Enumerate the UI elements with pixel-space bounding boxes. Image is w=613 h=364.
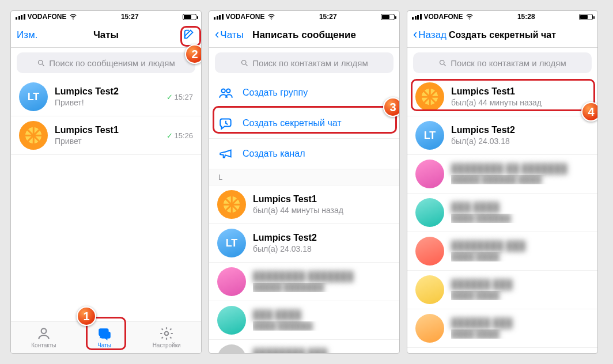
screen-chats: VODAFONE 15:27 Изм. Чаты Поиск по сообще…: [10, 10, 202, 354]
carrier-label: VODAFONE: [424, 13, 463, 21]
nav-title: Чаты: [93, 29, 119, 41]
avatar: [217, 267, 246, 296]
contact-status: был(а) 44 минуты назад: [451, 98, 589, 107]
contact-row-blurred[interactable]: ████████ ███████ ████: [209, 340, 399, 353]
avatar: [415, 275, 444, 304]
contact-status: был(а) 44 минуты назад: [253, 206, 391, 215]
action-label: Создать группу: [243, 88, 308, 98]
avatar: [415, 198, 444, 227]
screen-create-secret-chat: VODAFONE 15:28 ‹Назад Создать секретный …: [407, 10, 598, 354]
chat-name: Lumpics Test2: [55, 86, 160, 97]
chat-name: Lumpics Test1: [55, 125, 160, 135]
nav-title: Создать секретный чат: [449, 30, 556, 40]
contact-name: Lumpics Test2: [253, 233, 391, 243]
screen-new-message: VODAFONE 15:27 ‹Чаты Написать сообщение …: [209, 10, 400, 354]
battery-icon: [381, 14, 395, 20]
nav-bar: Изм. Чаты: [11, 22, 201, 48]
search-placeholder: Поиск по контактам и людям: [252, 58, 368, 68]
compose-button[interactable]: [183, 28, 195, 43]
avatar: [217, 306, 246, 335]
contact-row-blurred[interactable]: ██████ ███████ ████: [407, 309, 597, 348]
contact-row-blurred[interactable]: ████████ ██ ████████████ ██████ ████: [407, 155, 597, 194]
avatar: [217, 190, 246, 219]
wifi-icon: [267, 13, 275, 21]
contact-name: Lumpics Test1: [253, 194, 391, 204]
battery-icon: [183, 14, 196, 20]
tab-settings[interactable]: Настройки: [148, 324, 186, 351]
search-bar[interactable]: Поиск по контактам и людям: [215, 52, 393, 73]
chat-row[interactable]: Lumpics Test1 Привет ✓15:26: [11, 116, 201, 155]
chat-time: ✓15:27: [167, 93, 193, 101]
contact-row[interactable]: Lumpics Test1 был(а) 44 минуты назад: [209, 185, 399, 224]
avatar: LT: [217, 229, 246, 257]
svg-point-3: [165, 332, 169, 336]
search-placeholder: Поиск по контактам и людям: [451, 58, 566, 68]
tab-label: Чаты: [97, 342, 111, 348]
chat-row[interactable]: LT Lumpics Test2 Привет! ✓15:27: [11, 78, 201, 116]
svg-point-8: [469, 19, 470, 20]
search-placeholder: Поиск по сообщениям и людям: [49, 58, 175, 68]
contact-name: Lumpics Test1: [451, 86, 589, 97]
back-button[interactable]: ‹Назад: [413, 29, 446, 41]
carrier-label: VODAFONE: [28, 13, 67, 21]
contacts-icon: [36, 326, 51, 341]
search-bar[interactable]: Поиск по сообщениям и людям: [17, 52, 195, 73]
nav-title: Написать сообщение: [252, 29, 356, 41]
avatar: [415, 82, 444, 111]
svg-point-0: [73, 19, 73, 20]
nav-bar: ‹Назад Создать секретный чат: [407, 22, 597, 48]
chevron-left-icon: ‹: [215, 28, 219, 41]
contact-row[interactable]: LT Lumpics Test2 был(а) 24.03.18: [407, 116, 597, 155]
svg-point-4: [271, 19, 271, 20]
carrier-label: VODAFONE: [226, 13, 265, 21]
secret-chat-icon: [218, 116, 233, 131]
contact-row-blurred[interactable]: ████████ ████████████ ███████: [209, 263, 399, 301]
contact-row-blurred[interactable]: ████████ ███████ ████: [407, 232, 597, 271]
action-label: Создать канал: [243, 149, 305, 159]
avatar: [19, 121, 48, 150]
create-channel-button[interactable]: Создать канал: [209, 139, 399, 169]
nav-bar: ‹Чаты Написать сообщение: [209, 22, 399, 48]
group-icon: [218, 85, 233, 100]
contact-row-blurred[interactable]: ██████ ███████ ████: [407, 271, 597, 309]
status-bar: VODAFONE 15:27: [209, 11, 399, 22]
tab-chats[interactable]: Чаты: [92, 324, 116, 351]
status-time: 15:27: [121, 13, 139, 21]
status-bar: VODAFONE 15:28: [407, 11, 597, 22]
svg-point-2: [41, 328, 47, 333]
settings-icon: [159, 326, 174, 341]
avatar: [415, 237, 444, 266]
search-icon: [438, 59, 447, 67]
svg-point-1: [39, 60, 43, 65]
contact-row-blurred[interactable]: ███ ████████ ██████: [209, 301, 399, 340]
wifi-icon: [466, 13, 474, 21]
create-group-button[interactable]: Создать группу: [209, 78, 399, 108]
search-icon: [37, 59, 46, 67]
chat-preview: Привет!: [55, 98, 160, 107]
chat-time: ✓15:26: [167, 131, 193, 140]
svg-point-9: [440, 60, 445, 65]
edit-button[interactable]: Изм.: [17, 29, 37, 41]
contact-status: был(а) 24.03.18: [451, 136, 589, 146]
avatar: LT: [19, 82, 48, 111]
svg-point-7: [226, 89, 230, 93]
contact-row[interactable]: LT Lumpics Test2 был(а) 24.03.18: [209, 224, 399, 263]
tab-label: Настройки: [153, 342, 181, 348]
tab-bar: Контакты Чаты Настройки: [11, 321, 201, 353]
search-bar[interactable]: Поиск по контактам и людям: [413, 52, 592, 73]
chevron-left-icon: ‹: [413, 28, 417, 41]
actions-and-contacts: Создать группу Создать секретный чат Соз…: [209, 78, 399, 353]
back-button[interactable]: ‹Чаты: [215, 29, 244, 41]
contact-row-blurred[interactable]: ███ ████████ ██████: [407, 194, 597, 232]
tab-contacts[interactable]: Контакты: [27, 324, 60, 351]
create-secret-chat-button[interactable]: Создать секретный чат: [209, 108, 399, 139]
chat-preview: Привет: [55, 136, 160, 146]
chats-icon: [97, 326, 112, 341]
avatar: [415, 160, 444, 188]
avatar: LT: [415, 121, 444, 150]
contact-row[interactable]: Lumpics Test1 был(а) 44 минуты назад: [407, 78, 597, 116]
search-icon: [240, 59, 249, 67]
contact-list: Lumpics Test1 был(а) 44 минуты назад LT …: [407, 78, 597, 353]
chat-list: LT Lumpics Test2 Привет! ✓15:27 Lumpics …: [11, 78, 201, 321]
status-time: 15:28: [517, 13, 535, 21]
